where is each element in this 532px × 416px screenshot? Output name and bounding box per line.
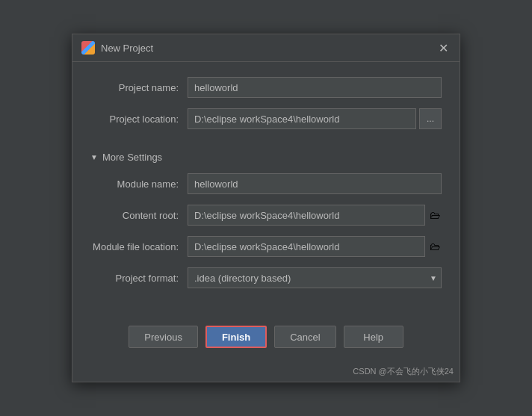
project-format-select-wrapper: .idea (directory based) Eclipse (.classp…	[188, 267, 442, 288]
more-settings-header[interactable]: ▼ More Settings	[90, 152, 442, 163]
collapse-icon: ▼	[90, 153, 98, 161]
project-location-row: Project location: ...	[90, 108, 442, 129]
project-name-input[interactable]	[188, 77, 442, 98]
dialog-title: New Project	[101, 43, 153, 54]
content-root-row: Content root: 🗁	[90, 205, 442, 226]
module-file-input[interactable]	[188, 236, 425, 257]
content-root-location: 🗁	[188, 205, 442, 226]
button-row: Previous Finish Cancel Help	[72, 314, 460, 363]
new-project-dialog: New Project ✕ Project name: Project loca…	[72, 34, 460, 382]
more-settings-label: More Settings	[102, 152, 162, 163]
app-icon	[81, 41, 95, 55]
module-name-label: Module name:	[90, 178, 188, 190]
module-name-row: Module name:	[90, 173, 442, 194]
project-name-row: Project name:	[90, 77, 442, 98]
module-file-label: Module file location:	[90, 241, 188, 252]
title-bar-left: New Project	[81, 41, 153, 55]
module-file-row: Module file location: 🗁	[90, 236, 442, 257]
project-location-input[interactable]	[188, 108, 416, 129]
more-settings-content: Module name: Content root: 🗁 Module file…	[90, 173, 442, 288]
project-location-label: Project location:	[90, 114, 188, 125]
previous-button[interactable]: Previous	[129, 326, 198, 348]
close-button[interactable]: ✕	[436, 40, 451, 55]
finish-button[interactable]: Finish	[205, 326, 267, 348]
location-row: ...	[188, 108, 442, 129]
cancel-button[interactable]: Cancel	[274, 326, 335, 348]
watermark: CSDN @不会飞的小飞侠24	[72, 363, 460, 382]
project-name-label: Project name:	[90, 82, 188, 93]
project-format-select[interactable]: .idea (directory based) Eclipse (.classp…	[188, 267, 442, 288]
help-button[interactable]: Help	[344, 326, 403, 348]
content-root-browse-button[interactable]: 🗁	[428, 208, 442, 222]
browse-button[interactable]: ...	[419, 108, 442, 129]
module-name-input[interactable]	[188, 173, 442, 194]
separator	[90, 140, 442, 152]
dialog-content: Project name: Project location: ... ▼ Mo…	[72, 62, 460, 314]
project-format-label: Project format:	[90, 273, 188, 284]
module-file-browse-button[interactable]: 🗁	[428, 240, 442, 253]
module-file-location: 🗁	[188, 236, 442, 257]
project-format-row: Project format: .idea (directory based) …	[90, 267, 442, 288]
content-root-label: Content root:	[90, 210, 188, 221]
content-root-input[interactable]	[188, 205, 425, 226]
title-bar: New Project ✕	[72, 34, 460, 62]
